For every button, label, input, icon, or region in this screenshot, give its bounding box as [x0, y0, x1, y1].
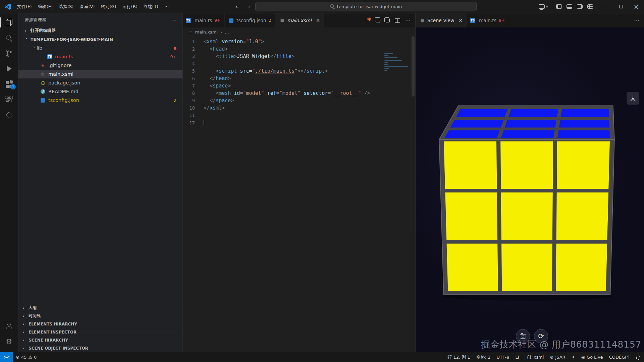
xr-view-button[interactable] — [627, 92, 639, 105]
code-line[interactable]: 11 — [183, 112, 415, 119]
scene-panel: ≡ Scene View × TS main.ts 9+ ⋯ ⟳ — [415, 13, 644, 352]
code-line[interactable]: 1<xsml version="1.0"> — [183, 38, 415, 45]
menu-terminal[interactable]: 终端(T) — [141, 2, 161, 11]
xsml-file-icon: ≡ — [188, 29, 193, 35]
typescript-icon: TS — [47, 54, 52, 59]
tab-scene-view[interactable]: ≡ Scene View × — [416, 13, 467, 27]
customize-layout-icon[interactable] — [587, 4, 593, 9]
code-editor[interactable]: 1<xsml version="1.0">2 <head>3 <title>JS… — [183, 36, 415, 352]
codegpt-status[interactable]: CODEGPT — [606, 352, 633, 362]
go-live-button[interactable]: ◉Go Live — [578, 352, 606, 362]
more-actions-icon[interactable]: ⋯ — [405, 17, 411, 24]
activity-extensions[interactable]: 1 — [0, 76, 18, 92]
screen-cast-button[interactable]: ∨ — [535, 0, 551, 13]
code-line[interactable]: 5 <script src="./lib/main.ts"></script> — [183, 67, 415, 75]
activity-codegpt[interactable]: CODEGPT — [0, 92, 18, 107]
encoding-setting[interactable]: UTF-8 — [494, 352, 513, 362]
menu-more-icon[interactable]: ⋯ — [161, 2, 172, 11]
menu-goto[interactable]: 转到(G) — [98, 2, 119, 11]
code-lines: 1<xsml version="1.0">2 <head>3 <title>JS… — [183, 38, 415, 126]
file-tree: › lib ● TS main.ts 9+ ◈ .gitignore ≡ mai… — [18, 44, 182, 304]
minimap[interactable] — [384, 53, 409, 75]
file-main-ts[interactable]: TS main.ts 9+ — [18, 52, 182, 61]
file-package-json[interactable]: {} package.json — [18, 78, 182, 87]
activity-explorer[interactable] — [0, 15, 18, 30]
menu-run[interactable]: 运行(R) — [119, 2, 141, 11]
error-icon: ⊗ — [16, 355, 19, 360]
code-line[interactable]: 10</xsml> — [183, 104, 415, 112]
open-preview-icon[interactable] — [385, 18, 390, 22]
close-button[interactable]: × — [629, 0, 644, 13]
cursor-position[interactable]: 行 12, 列 1 — [444, 352, 473, 362]
section-outline[interactable]: ›大纲 — [18, 304, 182, 312]
forward-icon[interactable]: → — [245, 3, 250, 10]
open-changes-icon[interactable] — [376, 18, 380, 22]
back-icon[interactable]: ← — [236, 3, 240, 10]
code-line[interactable]: 6 </head> — [183, 75, 415, 82]
open-editors-section[interactable]: › 打开的编辑器 — [18, 26, 182, 35]
typescript-icon: TS — [470, 18, 475, 23]
jsar-run-icon[interactable]: * — [367, 17, 371, 24]
problems-badge: 2 — [269, 18, 271, 23]
tab-main-xsml[interactable]: ≡ main.xsml × — [275, 13, 324, 27]
menu-selection[interactable]: 选择(S) — [56, 2, 76, 11]
toggle-panel-icon[interactable] — [567, 4, 572, 9]
section-scene-hierarchy[interactable]: ›SCENE HIRARCHY — [18, 336, 182, 344]
section-element-inspector[interactable]: ›ELEMENT INSPECTOR — [18, 328, 182, 336]
accounts-button[interactable] — [0, 318, 18, 334]
account-icon — [6, 323, 12, 329]
section-scene-object-inspector[interactable]: ›SCENE OBJECT INSPECTOR — [18, 344, 182, 352]
project-root[interactable]: › TEMPLATE-FOR-JSAR-WIDGET-MAIN — [18, 35, 182, 44]
chevron-right-icon: › — [22, 313, 26, 318]
close-tab-icon[interactable]: × — [316, 17, 320, 23]
code-line[interactable]: 8 <mesh id="model" ref="model" selector=… — [183, 89, 415, 97]
indent-setting[interactable]: 空格: 2 — [473, 352, 494, 362]
maximize-button[interactable] — [613, 0, 629, 13]
code-line[interactable]: 7 <space> — [183, 82, 415, 89]
more-actions-icon[interactable]: ⋯ — [634, 17, 639, 24]
activity-run-debug[interactable] — [0, 61, 18, 76]
tab-main-ts[interactable]: TS main.ts 9+ — [183, 13, 225, 27]
editor-scrollbar[interactable] — [411, 28, 415, 333]
code-line[interactable]: 3 <title>JSAR Widget</title> — [183, 53, 415, 60]
code-line[interactable]: 4 — [183, 60, 415, 67]
menu-file[interactable]: 文件(F) — [14, 2, 35, 11]
tab-main-ts-preview[interactable]: TS main.ts 9+ — [467, 13, 509, 27]
toggle-sidebar-icon[interactable] — [556, 4, 562, 9]
problems-status[interactable]: ⊗45 ⚠0 — [13, 352, 40, 362]
tab-tsconfig-json[interactable]: tsconfig.json 2 — [225, 13, 275, 27]
problems-badge: 9+ — [170, 54, 176, 59]
file-readme[interactable]: i README.md — [18, 87, 182, 96]
activity-source-control[interactable] — [0, 46, 18, 61]
remote-indicator[interactable]: >< — [0, 352, 13, 362]
section-elements-hierarchy[interactable]: ›ELEMENTS HIRARCHY — [18, 320, 182, 328]
browser-status[interactable]: ⊕JSAR — [547, 352, 568, 362]
breadcrumb[interactable]: ≡ main.xsml › ... — [183, 27, 415, 36]
file-tsconfig[interactable]: tsconfig.json 2 — [18, 96, 182, 105]
eol-setting[interactable]: LF — [512, 352, 523, 362]
notifications-button[interactable] — [633, 352, 644, 362]
menu-edit[interactable]: 编辑(E) — [35, 2, 56, 11]
file-gitignore[interactable]: ◈ .gitignore — [18, 61, 182, 70]
camera-icon — [520, 334, 526, 339]
language-mode[interactable]: {} xsml — [523, 352, 547, 362]
code-line[interactable]: 12 — [183, 119, 415, 126]
split-editor-icon[interactable] — [395, 18, 400, 23]
minimize-button[interactable]: – — [598, 0, 613, 13]
section-timeline[interactable]: ›时间线 — [18, 312, 182, 320]
code-line[interactable]: 9 </space> — [183, 97, 415, 104]
settings-button[interactable]: ⚙ — [0, 334, 18, 349]
toggle-secondary-sidebar-icon[interactable] — [577, 4, 583, 9]
wand-status[interactable]: ✦ — [569, 352, 578, 362]
activity-search[interactable] — [0, 30, 18, 46]
scene-viewport[interactable]: ⟳ 掘金技术社区 @ 用户868311148157 — [416, 27, 644, 352]
code-line[interactable]: 2 <head> — [183, 45, 415, 53]
menu-view[interactable]: 查看(V) — [76, 2, 98, 11]
folder-lib[interactable]: › lib ● — [18, 44, 182, 52]
close-tab-icon[interactable]: × — [459, 17, 463, 23]
sidebar-sections: ›大纲 ›时间线 ›ELEMENTS HIRARCHY ›ELEMENT INS… — [18, 304, 182, 352]
sidebar-more-icon[interactable]: ⋯ — [171, 17, 176, 23]
search-box[interactable]: template-for-jsar-widget-main — [255, 2, 477, 11]
file-main-xsml[interactable]: ≡ main.xsml — [18, 70, 182, 78]
activity-jsar[interactable] — [0, 107, 18, 123]
